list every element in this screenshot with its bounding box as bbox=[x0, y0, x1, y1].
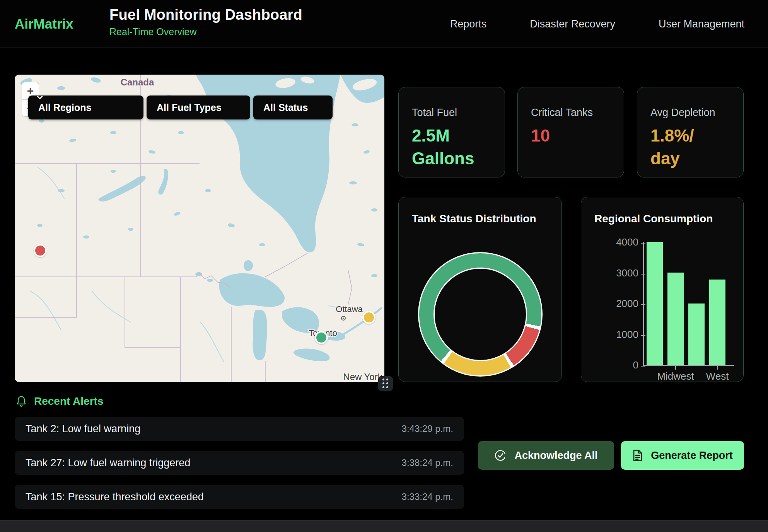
chevron-down-icon bbox=[37, 95, 43, 99]
page-subtitle: Real-Time Overview bbox=[109, 26, 302, 38]
alert-row[interactable]: Tank 27: Low fuel warning triggered 3:38… bbox=[15, 451, 464, 475]
map-canvas[interactable]: Canada Ottawa Toronto New York + − All R… bbox=[15, 75, 384, 382]
x-axis-line bbox=[643, 365, 734, 366]
fuel-type-filter-dropdown[interactable]: All Fuel Types bbox=[147, 95, 250, 119]
tank-marker-warning[interactable] bbox=[362, 311, 375, 324]
map-label-canada: Canada bbox=[121, 77, 154, 87]
check-circle-icon bbox=[494, 449, 507, 462]
alert-time: 3:43:29 p.m. bbox=[402, 423, 453, 434]
alert-time: 3:33:24 p.m. bbox=[402, 491, 453, 502]
acknowledge-all-label: Acknowledge All bbox=[514, 450, 597, 462]
y-axis-tick: 3000 bbox=[600, 267, 638, 279]
app-header: AirMatrix Fuel Monitoring Dashboard Real… bbox=[0, 0, 768, 48]
generate-report-label: Generate Report bbox=[651, 450, 733, 462]
map-label-ottawa: Ottawa bbox=[336, 304, 363, 314]
bottom-window-strip bbox=[0, 520, 768, 532]
stat-label: Critical Tanks bbox=[531, 107, 611, 119]
title-block: Fuel Monitoring Dashboard Real-Time Over… bbox=[109, 7, 302, 38]
map-label-newyork: New York bbox=[343, 372, 382, 382]
map-filter-bar: All Regions All Fuel Types All Status bbox=[28, 95, 333, 119]
tank-status-distribution-card: Tank Status Distribution bbox=[398, 197, 562, 382]
generate-report-button[interactable]: Generate Report bbox=[621, 441, 744, 470]
donut-hole bbox=[433, 268, 527, 361]
alert-time: 3:38:24 p.m. bbox=[402, 457, 453, 468]
x-axis-tick bbox=[675, 366, 676, 370]
nav-disaster-recovery[interactable]: Disaster Recovery bbox=[530, 18, 615, 30]
stat-value: 1.8%/ day bbox=[650, 124, 730, 170]
regional-consumption-bar-chart: 4000 3000 2000 1000 0 MidwestWest bbox=[581, 197, 744, 382]
y-axis-tick: 4000 bbox=[600, 236, 638, 248]
alert-text: Tank 27: Low fuel warning triggered bbox=[26, 457, 190, 469]
bar-region-2 bbox=[688, 304, 705, 365]
stat-card-avg-depletion: Avg Depletion 1.8%/ day bbox=[637, 87, 744, 177]
stat-card-critical-tanks: Critical Tanks 10 bbox=[517, 87, 624, 177]
bar-region-1 bbox=[667, 273, 684, 365]
nav-reports[interactable]: Reports bbox=[450, 18, 487, 30]
stat-label: Total Fuel bbox=[412, 107, 492, 119]
status-filter-dropdown[interactable]: All Status bbox=[253, 95, 333, 119]
document-icon bbox=[632, 449, 643, 462]
stat-value: 2.5M Gallons bbox=[412, 124, 492, 170]
alert-row[interactable]: Tank 15: Pressure threshold exceeded 3:3… bbox=[15, 485, 464, 509]
y-axis-tick: 2000 bbox=[600, 298, 638, 310]
status-filter-value: All Status bbox=[263, 102, 308, 113]
alert-row[interactable]: Tank 2: Low fuel warning 3:43:29 p.m. bbox=[15, 417, 464, 441]
map-basemap: Canada Ottawa Toronto New York bbox=[15, 75, 384, 382]
resize-drag-handle[interactable] bbox=[378, 376, 393, 391]
main-nav: Reports Disaster Recovery User Managemen… bbox=[450, 0, 744, 48]
stat-value: 10 bbox=[531, 124, 611, 147]
recent-alerts-header: Recent Alerts bbox=[15, 395, 103, 408]
x-axis-tick bbox=[717, 366, 718, 370]
acknowledge-all-button[interactable]: Acknowledge All bbox=[478, 441, 614, 470]
y-axis-tick: 0 bbox=[600, 359, 638, 371]
region-filter-dropdown[interactable]: All Regions bbox=[28, 95, 143, 119]
page-title: Fuel Monitoring Dashboard bbox=[109, 7, 302, 23]
y-axis-tick: 1000 bbox=[600, 329, 638, 341]
fuel-type-filter-value: All Fuel Types bbox=[157, 102, 222, 113]
tank-marker-normal[interactable] bbox=[315, 331, 328, 344]
stat-card-total-fuel: Total Fuel 2.5M Gallons bbox=[398, 87, 505, 177]
brand-logo: AirMatrix bbox=[15, 16, 73, 32]
bars-group bbox=[644, 242, 734, 365]
donut-chart-title: Tank Status Distribution bbox=[412, 213, 548, 225]
recent-alerts-title: Recent Alerts bbox=[34, 395, 103, 408]
bar-region-0 bbox=[647, 242, 663, 365]
nav-user-management[interactable]: User Management bbox=[659, 18, 744, 30]
alert-text: Tank 2: Low fuel warning bbox=[26, 423, 140, 435]
x-axis-label: West bbox=[686, 370, 748, 382]
bar-region-3 bbox=[709, 280, 725, 365]
stat-label: Avg Depletion bbox=[650, 107, 730, 119]
alert-text: Tank 15: Pressure threshold exceeded bbox=[26, 491, 204, 503]
tank-status-donut-chart bbox=[418, 252, 543, 377]
regional-consumption-card: Regional Consumption 4000 3000 2000 1000… bbox=[581, 197, 744, 382]
tank-marker-critical[interactable] bbox=[34, 244, 47, 257]
region-filter-value: All Regions bbox=[38, 102, 92, 113]
bell-icon bbox=[15, 395, 27, 408]
